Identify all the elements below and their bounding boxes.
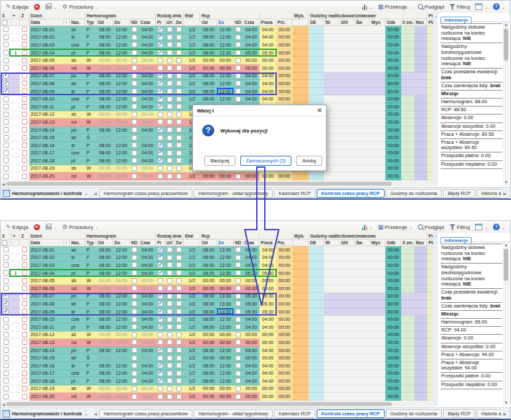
checkbox[interactable] <box>176 394 182 399</box>
cell-h100[interactable] <box>339 103 355 111</box>
cell-rczas[interactable]: 00:00 <box>243 65 259 73</box>
checkbox[interactable] <box>3 119 9 124</box>
checkbox[interactable] <box>158 166 163 171</box>
checkbox[interactable] <box>132 332 137 337</box>
checkbox[interactable] <box>236 35 241 40</box>
cell-prz[interactable]: 00:00 <box>276 331 293 339</box>
checkbox[interactable] <box>3 104 9 109</box>
cell-h100[interactable] <box>339 126 355 134</box>
cell-rczas[interactable]: 05:30 <box>243 308 259 316</box>
cell-rod[interactable]: 00:00 <box>200 285 217 293</box>
checkbox[interactable] <box>236 65 241 71</box>
cell-praca[interactable]: 05:30 <box>259 300 276 308</box>
cell-noc[interactable] <box>415 277 427 285</box>
cell-rdo[interactable]: 00:00 <box>217 339 234 347</box>
checkbox[interactable] <box>132 247 137 252</box>
cell-de[interactable] <box>309 285 324 293</box>
cell-wyb[interactable] <box>293 65 309 73</box>
filter-button[interactable]: Filtruj <box>446 224 472 231</box>
checkbox[interactable] <box>167 142 172 148</box>
cell-ilzm[interactable] <box>401 323 415 331</box>
cell-plus[interactable]: 1 <box>11 49 20 57</box>
cell-plat[interactable] <box>427 293 433 301</box>
cell-data[interactable]: 2017-08-04 <box>29 49 64 57</box>
cell-data[interactable]: 2017-08-06 <box>29 65 64 73</box>
cell-sort[interactable] <box>64 111 70 119</box>
cell-plat[interactable] <box>427 377 433 385</box>
tab-harmonogram-uk-ad-tygodniowy[interactable]: Harmonogram - układ tygodniowy <box>194 409 273 418</box>
tab-kontrola-czasu-pracy-rcp[interactable]: Kontrola czasu pracy RCP <box>317 409 385 418</box>
cell-typ[interactable]: P <box>85 362 96 370</box>
checkbox[interactable] <box>158 135 163 140</box>
checkbox[interactable] <box>236 42 241 47</box>
cell-rod[interactable]: 08:00 <box>200 315 217 323</box>
checkbox[interactable] <box>132 378 137 383</box>
current-button[interactable]: Bieżącej <box>204 156 235 166</box>
checkbox[interactable] <box>22 270 27 276</box>
cell-sort[interactable] <box>64 88 70 96</box>
cell-plat[interactable] <box>427 331 433 339</box>
col-header[interactable]: 50 <box>324 240 339 246</box>
cell-rdo[interactable]: 00:00 <box>217 57 234 65</box>
cell-do[interactable]: 12:00 <box>113 246 130 254</box>
cell-wyn[interactable] <box>370 88 385 96</box>
cell-data[interactable]: 2017-08-16 <box>29 362 64 370</box>
cell-noc[interactable] <box>415 285 427 293</box>
cell-typ[interactable]: P <box>85 34 96 42</box>
checkbox[interactable] <box>158 332 163 337</box>
cell-h100[interactable] <box>339 347 355 355</box>
col-header[interactable]: Il zm. <box>401 240 415 246</box>
cell-etat[interactable]: 1/2 <box>184 315 200 323</box>
checkbox[interactable] <box>3 35 9 40</box>
cell-praca[interactable]: 00:00 <box>259 277 276 285</box>
cell-rdo[interactable]: 12:00 <box>217 80 234 88</box>
cell-typ[interactable]: W <box>85 57 96 65</box>
cell-praca[interactable]: 04:00 <box>259 41 276 49</box>
cell-wyn[interactable] <box>370 331 385 339</box>
col-header[interactable]: Data <box>29 240 64 246</box>
checkbox[interactable] <box>3 97 9 102</box>
help-button[interactable]: ? ⌄ <box>490 3 508 11</box>
cell-noc[interactable] <box>415 270 427 278</box>
cell-data[interactable]: 2017-08-18 <box>29 157 64 165</box>
cell-rdo[interactable]: 12:00 <box>217 370 234 378</box>
cell-ilzm[interactable] <box>401 95 415 103</box>
cell-odb[interactable]: 00:00 <box>385 172 401 180</box>
cell-praca[interactable]: 04:00 <box>259 73 276 81</box>
col-header[interactable] <box>11 19 20 26</box>
col-header[interactable]: DE <box>309 240 324 246</box>
cell-sort[interactable] <box>64 300 70 308</box>
checkbox[interactable] <box>176 309 182 314</box>
cell-praca[interactable]: 04:00 <box>259 315 276 323</box>
cell-naz[interactable]: nd <box>70 339 85 347</box>
cell-od[interactable]: 00:00 <box>96 134 113 142</box>
cell-h50[interactable] <box>324 339 339 347</box>
cell-rod[interactable]: 08:00 <box>200 26 217 34</box>
col-header[interactable]: Praca <box>259 240 276 246</box>
scrollbar-thumb[interactable] <box>504 29 508 61</box>
cell-czas[interactable]: 04:00 <box>139 157 156 165</box>
cell-de[interactable] <box>309 172 324 180</box>
checkbox[interactable] <box>167 270 172 276</box>
checkbox[interactable] <box>132 317 137 322</box>
checkbox[interactable] <box>3 142 9 148</box>
cell-plat[interactable] <box>427 103 433 111</box>
cell-czas[interactable]: 04:00 <box>139 80 156 88</box>
cell-praca[interactable]: 00:00 <box>259 385 276 393</box>
cell-rczas[interactable]: 00:00 <box>243 354 259 362</box>
cell-data[interactable]: 2017-08-20 <box>29 172 64 180</box>
tab-scroll-left-icon[interactable]: ◀ <box>94 191 97 196</box>
cell-plus[interactable] <box>11 285 20 293</box>
cell-h50[interactable] <box>324 26 339 34</box>
checkbox[interactable] <box>167 35 172 40</box>
col-header[interactable] <box>293 240 309 246</box>
checkbox[interactable] <box>167 97 172 102</box>
cell-odb[interactable]: 00:00 <box>385 150 401 158</box>
cell-czas[interactable]: 00:00 <box>139 111 156 119</box>
checkbox[interactable] <box>167 363 172 368</box>
cell-wyb[interactable] <box>293 362 309 370</box>
cell-czas[interactable]: 04:00 <box>139 88 156 96</box>
checkbox[interactable] <box>3 174 9 179</box>
cell-czas[interactable]: 04:00 <box>139 126 156 134</box>
cell-do[interactable]: 00:00 <box>113 65 130 73</box>
